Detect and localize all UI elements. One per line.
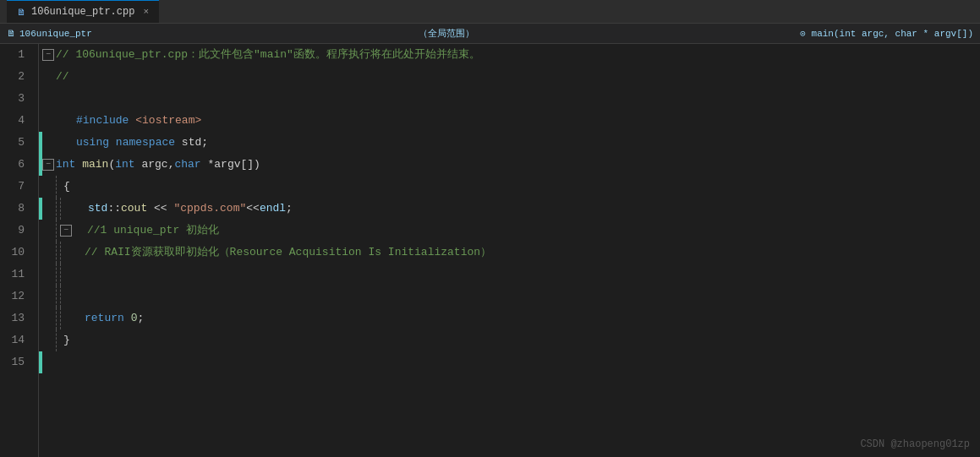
code-line-7: { [39, 176, 980, 198]
line-num-4: 4 [7, 110, 25, 132]
line-num-2: 2 [7, 66, 25, 88]
code-line-15 [39, 351, 980, 373]
code-line-6: − int main ( int argc, char *argv[]) [39, 154, 980, 176]
line-num-10: 10 [7, 242, 25, 264]
fold-marker-9[interactable]: − [60, 225, 72, 237]
line-num-11: 11 [7, 264, 25, 286]
code-line-10: // RAII资源获取即初始化（Resource Acquisition Is … [39, 242, 980, 264]
code-line-4: #include <iostream> [39, 110, 980, 132]
watermark: CSDN @zhaopeng01zp [860, 438, 970, 450]
line-num-15: 15 [7, 351, 25, 373]
green-bar-15 [39, 351, 42, 373]
tab-filename: 106unique_ptr.cpp [31, 6, 134, 18]
code-line-5: using namespace std; [39, 132, 980, 154]
editor-area: 1 2 3 4 5 6 7 8 9 10 11 12 13 14 15 − //… [0, 44, 980, 457]
code-line-12 [39, 286, 980, 307]
code-line-2: // [39, 66, 980, 88]
fold-marker-6[interactable]: − [42, 159, 54, 171]
green-bar-5 [39, 132, 42, 154]
title-bar: 🗎 106unique_ptr.cpp × [0, 0, 980, 24]
toolbar-right: ⊙ main(int argc, char * argv[]) [800, 28, 973, 39]
active-tab[interactable]: 🗎 106unique_ptr.cpp × [7, 0, 159, 23]
code-lines: − // 106unique_ptr.cpp：此文件包含"main"函数。程序执… [39, 44, 980, 373]
line-num-7: 7 [7, 176, 25, 198]
code-line-8: std :: cout << "cppds.com" << endl ; [39, 198, 980, 220]
line-numbers: 1 2 3 4 5 6 7 8 9 10 11 12 13 14 15 [0, 44, 39, 457]
line-num-6: 6 [7, 154, 25, 176]
line-num-9: 9 [7, 220, 25, 242]
fold-marker-1[interactable]: − [42, 49, 54, 61]
green-bar-8 [39, 198, 42, 220]
code-line-14: } [39, 329, 980, 351]
code-line-1: − // 106unique_ptr.cpp：此文件包含"main"函数。程序执… [39, 44, 980, 66]
line-num-3: 3 [7, 88, 25, 110]
code-line-3 [39, 88, 980, 110]
line-num-13: 13 [7, 307, 25, 329]
toolbar: 🗎 106unique_ptr （全局范围） ⊙ main(int argc, … [0, 24, 980, 44]
toolbar-filename: 106unique_ptr [19, 29, 92, 39]
file-icon: 🗎 [17, 7, 26, 18]
line-num-5: 5 [7, 132, 25, 154]
line-num-1: 1 [7, 44, 25, 66]
toolbar-left: 🗎 106unique_ptr [7, 28, 92, 39]
line-num-12: 12 [7, 286, 25, 307]
code-line-9: − //1 unique_ptr 初始化 [39, 220, 980, 242]
code-area[interactable]: − // 106unique_ptr.cpp：此文件包含"main"函数。程序执… [39, 44, 980, 457]
code-line-11 [39, 264, 980, 286]
toolbar-center: （全局范围） [419, 27, 474, 40]
file-icon-small: 🗎 [7, 28, 16, 39]
line-num-8: 8 [7, 198, 25, 220]
tab-close[interactable]: × [143, 7, 149, 17]
line-num-14: 14 [7, 329, 25, 351]
green-bar-6 [39, 154, 42, 176]
code-line-13: return 0 ; [39, 307, 980, 329]
